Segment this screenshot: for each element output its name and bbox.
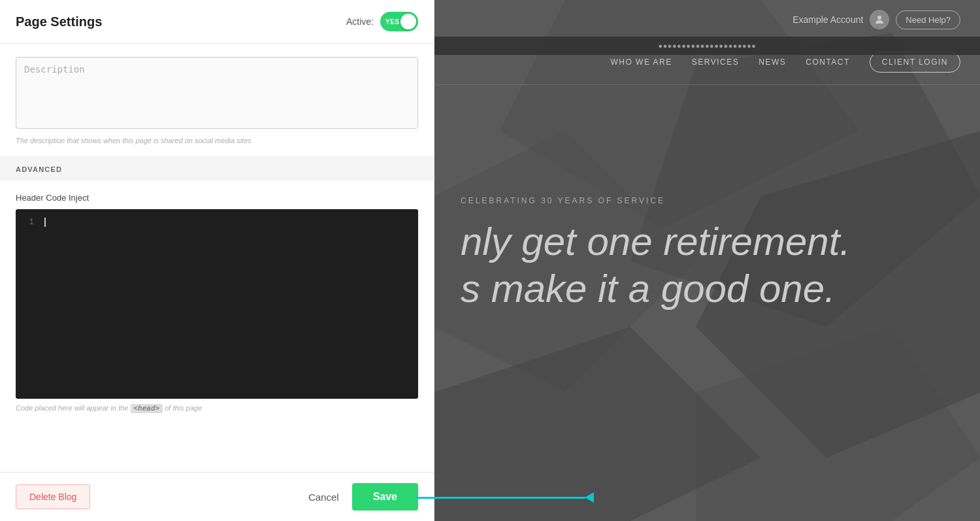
edit-bar-text: ●●●●●●●●●●●●●●●●●●●●● [658, 42, 756, 50]
panel-footer: Delete Blog Cancel Save [0, 472, 434, 521]
hero-title: nly get one retirement. s make it a good… [461, 218, 954, 312]
code-editor[interactable]: 1 [16, 209, 418, 399]
hero-subtitle: CELEBRATING 30 YEARS OF SERVICE [461, 196, 954, 205]
code-hint: Code placed here will appear in the <hea… [16, 404, 418, 412]
delete-blog-button[interactable]: Delete Blog [16, 484, 90, 509]
nav-item-who-we-are[interactable]: WHO WE ARE [610, 58, 672, 67]
nav-item-services[interactable]: SERVICES [692, 58, 739, 67]
page-settings-panel: Page Settings Active: YES The descriptio… [0, 0, 434, 521]
description-hint: The description that shows when this pag… [16, 137, 418, 144]
head-tag: <head> [131, 404, 163, 413]
active-toggle-row: Active: YES [346, 12, 418, 31]
nav-item-news[interactable]: NEWS [759, 58, 786, 67]
panel-content: The description that shows when this pag… [0, 44, 434, 472]
code-hint-suffix: of this page [165, 404, 202, 412]
panel-header: Page Settings Active: YES [0, 0, 434, 44]
svg-point-7 [877, 16, 881, 20]
advanced-section-header: ADVANCED [0, 156, 434, 181]
site-hero: CELEBRATING 30 YEARS OF SERVICE nly get … [434, 196, 980, 312]
arrow-head [585, 492, 594, 503]
need-help-button[interactable]: Need Help? [896, 10, 960, 29]
edit-bar: ●●●●●●●●●●●●●●●●●●●●● [434, 37, 980, 55]
avatar-icon [874, 14, 885, 25]
hero-line-2: s make it a good one. [461, 265, 954, 312]
active-label: Active: [346, 16, 374, 27]
code-content[interactable] [39, 209, 418, 399]
line-number-1: 1 [21, 216, 34, 229]
code-hint-prefix: Code placed here will appear in the [16, 404, 128, 412]
nav-item-contact[interactable]: CONTACT [806, 58, 850, 67]
toggle-label: YES [385, 18, 400, 25]
site-account: Example Account Need Help? [792, 10, 960, 29]
save-button[interactable]: Save [352, 483, 418, 511]
cursor [44, 218, 46, 227]
site-topbar: Example Account Need Help? [434, 0, 980, 39]
code-inject-label: Header Code Inject [16, 193, 418, 203]
hero-line-1: nly get one retirement. [461, 218, 954, 265]
advanced-label: ADVANCED [16, 165, 62, 173]
site-preview: Example Account Need Help? ●●●●●●●●●●●●●… [434, 0, 980, 521]
toggle-knob [400, 14, 416, 29]
arrow-line [416, 497, 585, 499]
panel-title: Page Settings [16, 14, 102, 29]
line-numbers: 1 [16, 209, 39, 399]
arrow-annotation [416, 492, 594, 503]
footer-right: Cancel Save [308, 483, 418, 511]
toggle-track[interactable]: YES [380, 12, 418, 31]
description-textarea[interactable] [16, 57, 418, 129]
active-toggle[interactable]: YES [380, 12, 418, 31]
avatar [870, 10, 889, 29]
cancel-button[interactable]: Cancel [308, 492, 339, 503]
account-name: Example Account [792, 14, 863, 25]
